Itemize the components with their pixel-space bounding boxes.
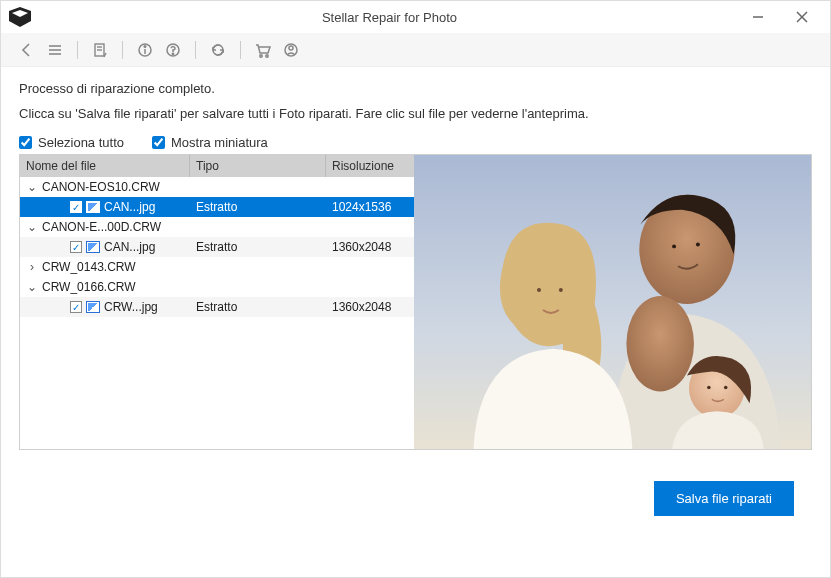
file-resolution: 1024x1536 [326, 200, 414, 214]
file-label: CAN...jpg [104, 200, 155, 214]
preview-pane [414, 155, 811, 449]
column-type[interactable]: Tipo [190, 155, 326, 177]
app-window: Stellar Repair for Photo Processo di rip… [0, 0, 831, 578]
show-thumbnail-label: Mostra miniatura [171, 135, 268, 150]
file-checkbox[interactable]: ✓ [70, 301, 82, 313]
tree-file-row[interactable]: ✓CAN...jpg Estratto 1360x2048 [20, 237, 414, 257]
app-logo-icon [9, 7, 31, 27]
svg-point-27 [559, 288, 563, 292]
file-type: Estratto [190, 300, 326, 314]
close-button[interactable] [782, 3, 822, 31]
save-repaired-button[interactable]: Salva file riparati [654, 481, 794, 516]
info-icon[interactable] [133, 38, 157, 62]
log-icon[interactable] [88, 38, 112, 62]
tree-folder-row[interactable]: ›CRW_0143.CRW [20, 257, 414, 277]
window-controls [738, 3, 822, 31]
options-row: Seleziona tutto Mostra miniatura [19, 135, 812, 150]
chevron-down-icon[interactable]: ⌄ [26, 280, 38, 294]
folder-label: CRW_0143.CRW [42, 260, 136, 274]
svg-point-23 [626, 296, 694, 391]
image-file-icon [86, 201, 100, 213]
toolbar-separator [77, 41, 78, 59]
file-resolution: 1360x2048 [326, 300, 414, 314]
footer: Salva file riparati [19, 450, 812, 534]
file-tree[interactable]: ⌄CANON-EOS10.CRW ✓CAN...jpg Estratto 102… [20, 177, 414, 449]
folder-label: CANON-EOS10.CRW [42, 180, 160, 194]
file-type: Estratto [190, 200, 326, 214]
hint-text: Clicca su 'Salva file riparati' per salv… [19, 106, 812, 121]
image-file-icon [86, 241, 100, 253]
toolbar-separator [122, 41, 123, 59]
toolbar-separator [240, 41, 241, 59]
show-thumbnail-checkbox[interactable]: Mostra miniatura [152, 135, 268, 150]
photo-preview [414, 155, 811, 449]
select-all-input[interactable] [19, 136, 32, 149]
svg-point-26 [537, 288, 541, 292]
folder-label: CRW_0166.CRW [42, 280, 136, 294]
file-list-pane: Nome del file Tipo Risoluzione ⌄CANON-EO… [20, 155, 414, 449]
svg-point-16 [172, 53, 173, 54]
tree-folder-row[interactable]: ⌄CANON-EOS10.CRW [20, 177, 414, 197]
user-icon[interactable] [279, 38, 303, 62]
svg-point-28 [672, 244, 676, 248]
svg-point-18 [266, 54, 268, 56]
column-name[interactable]: Nome del file [20, 155, 190, 177]
refresh-icon[interactable] [206, 38, 230, 62]
file-label: CRW...jpg [104, 300, 158, 314]
minimize-button[interactable] [738, 3, 778, 31]
split-pane: Nome del file Tipo Risoluzione ⌄CANON-EO… [19, 154, 812, 450]
chevron-right-icon[interactable]: › [26, 260, 38, 274]
show-thumbnail-input[interactable] [152, 136, 165, 149]
image-file-icon [86, 301, 100, 313]
tree-file-row[interactable]: ✓CRW...jpg Estratto 1360x2048 [20, 297, 414, 317]
file-checkbox[interactable]: ✓ [70, 241, 82, 253]
toolbar [1, 33, 830, 67]
back-icon[interactable] [15, 38, 39, 62]
chevron-down-icon[interactable]: ⌄ [26, 220, 38, 234]
svg-point-14 [144, 45, 146, 47]
status-text: Processo di riparazione completo. [19, 81, 812, 96]
title-bar: Stellar Repair for Photo [1, 1, 830, 33]
tree-folder-row[interactable]: ⌄CANON-E...00D.CRW [20, 217, 414, 237]
window-title: Stellar Repair for Photo [41, 10, 738, 25]
tree-file-row[interactable]: ✓CAN...jpg Estratto 1024x1536 [20, 197, 414, 217]
svg-point-20 [289, 46, 293, 50]
select-all-label: Seleziona tutto [38, 135, 124, 150]
svg-point-31 [724, 386, 728, 390]
menu-icon[interactable] [43, 38, 67, 62]
file-resolution: 1360x2048 [326, 240, 414, 254]
svg-point-17 [260, 54, 262, 56]
content-area: Processo di riparazione completo. Clicca… [1, 67, 830, 577]
tree-folder-row[interactable]: ⌄CRW_0166.CRW [20, 277, 414, 297]
chevron-down-icon[interactable]: ⌄ [26, 180, 38, 194]
select-all-checkbox[interactable]: Seleziona tutto [19, 135, 124, 150]
svg-point-29 [696, 242, 700, 246]
svg-point-30 [707, 386, 711, 390]
file-list-header: Nome del file Tipo Risoluzione [20, 155, 414, 177]
cart-icon[interactable] [251, 38, 275, 62]
help-icon[interactable] [161, 38, 185, 62]
toolbar-separator [195, 41, 196, 59]
file-label: CAN...jpg [104, 240, 155, 254]
column-resolution[interactable]: Risoluzione [326, 155, 414, 177]
folder-label: CANON-E...00D.CRW [42, 220, 161, 234]
file-type: Estratto [190, 240, 326, 254]
file-checkbox[interactable]: ✓ [70, 201, 82, 213]
